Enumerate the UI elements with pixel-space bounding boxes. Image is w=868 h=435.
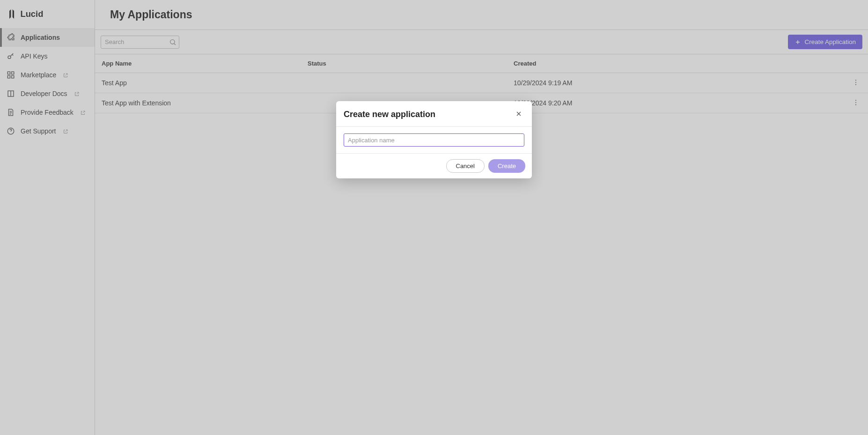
- close-icon: [515, 110, 522, 119]
- create-button[interactable]: Create: [488, 159, 525, 173]
- application-name-input[interactable]: [344, 133, 524, 147]
- cancel-button[interactable]: Cancel: [446, 159, 485, 173]
- modal-close-button[interactable]: [513, 109, 524, 120]
- create-application-modal: Create new application Cancel Create: [336, 101, 532, 178]
- modal-title: Create new application: [344, 110, 435, 119]
- modal-footer: Cancel Create: [336, 154, 532, 178]
- modal-body: [336, 127, 532, 154]
- modal-overlay[interactable]: Create new application Cancel Create: [0, 0, 868, 435]
- modal-header: Create new application: [336, 101, 532, 127]
